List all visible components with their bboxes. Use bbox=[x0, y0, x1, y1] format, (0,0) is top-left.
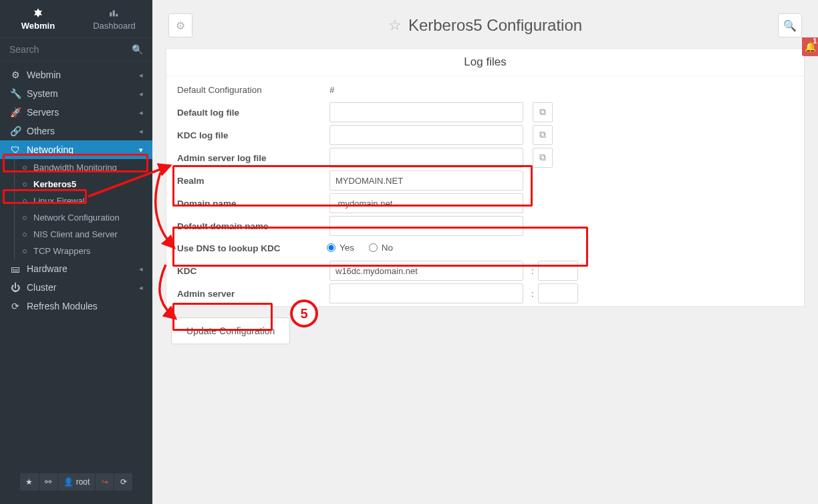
logout-icon: ↪ bbox=[102, 477, 108, 487]
chevron-down-icon: ▾ bbox=[139, 146, 143, 154]
radio-dns-no[interactable]: No bbox=[369, 243, 393, 253]
notification-bell[interactable]: 🔔1 bbox=[802, 37, 818, 56]
tab-dashboard[interactable]: Dashboard bbox=[76, 0, 152, 37]
chevron-left-icon: ◂ bbox=[139, 127, 143, 136]
refresh-icon: ⟳ bbox=[9, 301, 21, 311]
reload-icon: ⟳ bbox=[120, 477, 127, 487]
wrench-icon: 🔧 bbox=[9, 88, 21, 99]
label-use-dns: Use DNS to lookup KDC bbox=[174, 239, 327, 257]
footer-user[interactable]: 👤root bbox=[57, 473, 96, 491]
label-default-config: Default Configuration bbox=[174, 81, 327, 99]
gear-icon: ⚙ bbox=[176, 19, 185, 32]
input-admin-log[interactable] bbox=[329, 148, 523, 168]
rocket-icon: 🚀 bbox=[9, 107, 21, 118]
browse-default-log[interactable]: ⧉ bbox=[533, 102, 553, 122]
separator-colon: : bbox=[527, 266, 538, 276]
page-title: ☆ Kerberos5 Configuration bbox=[192, 16, 778, 35]
dashboard-icon bbox=[108, 7, 120, 19]
search-input[interactable] bbox=[9, 44, 132, 55]
footer-logout[interactable]: ↪ bbox=[95, 473, 114, 491]
input-default-domain[interactable] bbox=[329, 216, 523, 236]
sidebar-sub-kerberos5[interactable]: Kerberos5 bbox=[0, 176, 152, 193]
input-kdc-port[interactable] bbox=[538, 261, 578, 281]
label-domain-name: Domain name bbox=[174, 195, 327, 213]
sidebar-sub-bandwidth[interactable]: Bandwidth Monitoring bbox=[0, 159, 152, 176]
log-files-panel: Log files Default Configuration # Defaul… bbox=[166, 48, 805, 307]
sidebar-item-networking[interactable]: 🛡Networking▾ bbox=[0, 140, 152, 159]
label-kdc: KDC bbox=[174, 262, 327, 280]
tab-webmin[interactable]: Webmin bbox=[0, 0, 76, 37]
search-icon: 🔍 bbox=[783, 19, 797, 32]
sidebar-sub-network-config[interactable]: Network Configuration bbox=[0, 209, 152, 226]
chevron-left-icon: ◂ bbox=[139, 108, 143, 117]
input-admin-server[interactable] bbox=[329, 283, 523, 303]
footer-share[interactable]: ⚯ bbox=[39, 473, 57, 491]
sidebar-item-webmin[interactable]: ⚙Webmin◂ bbox=[0, 66, 152, 84]
sidebar-item-cluster[interactable]: ⏻Cluster◂ bbox=[0, 278, 152, 297]
link-icon: 🔗 bbox=[9, 126, 21, 136]
chevron-left-icon: ◂ bbox=[139, 90, 143, 98]
sidebar-sub-nis[interactable]: NIS Client and Server bbox=[0, 226, 152, 243]
favorite-star-icon[interactable]: ☆ bbox=[388, 17, 402, 34]
copy-icon: ⧉ bbox=[539, 107, 546, 118]
label-default-log: Default log file bbox=[174, 104, 327, 122]
module-config-button[interactable]: ⚙ bbox=[168, 13, 192, 37]
copy-icon: ⧉ bbox=[539, 130, 546, 140]
update-config-button[interactable]: Update Configuration bbox=[171, 318, 290, 344]
label-realm: Realm bbox=[174, 172, 327, 190]
share-icon: ⚯ bbox=[45, 477, 51, 487]
drive-icon: 🖴 bbox=[9, 263, 21, 274]
label-admin-server: Admin server bbox=[174, 285, 327, 303]
separator-colon: : bbox=[527, 289, 538, 299]
gear-icon: ⚙ bbox=[9, 70, 21, 80]
label-default-domain: Default domain name bbox=[174, 217, 327, 235]
sidebar-item-refresh[interactable]: ⟳Refresh Modules bbox=[0, 297, 152, 316]
input-default-log[interactable] bbox=[329, 102, 523, 122]
sidebar-search[interactable]: 🔍 bbox=[0, 37, 152, 61]
webmin-logo-icon bbox=[32, 7, 44, 19]
sidebar-item-servers[interactable]: 🚀Servers◂ bbox=[0, 103, 152, 122]
footer-favorites[interactable]: ★ bbox=[20, 473, 39, 491]
input-kdc[interactable] bbox=[329, 261, 523, 281]
user-icon: 👤 bbox=[63, 477, 74, 487]
input-admin-server-port[interactable] bbox=[538, 283, 578, 303]
shield-icon: 🛡 bbox=[9, 144, 21, 155]
search-icon: 🔍 bbox=[132, 44, 143, 55]
radio-dns-yes[interactable]: Yes bbox=[327, 243, 354, 253]
power-icon: ⏻ bbox=[9, 282, 21, 293]
sidebar-item-others[interactable]: 🔗Others◂ bbox=[0, 122, 152, 140]
browse-kdc-log[interactable]: ⧉ bbox=[533, 125, 553, 145]
main-content: ⚙ ☆ Kerberos5 Configuration 🔍 Log files … bbox=[152, 0, 818, 504]
copy-icon: ⧉ bbox=[539, 152, 546, 163]
chevron-left-icon: ◂ bbox=[139, 283, 143, 292]
sidebar-sub-tcpwrappers[interactable]: TCP Wrappers bbox=[0, 243, 152, 259]
search-module-button[interactable]: 🔍 bbox=[778, 13, 802, 37]
sidebar-sub-firewall[interactable]: Linux Firewall bbox=[0, 193, 152, 209]
browse-admin-log[interactable]: ⧉ bbox=[533, 148, 553, 168]
footer-reload[interactable]: ⟳ bbox=[114, 473, 132, 491]
sidebar-item-system[interactable]: 🔧System◂ bbox=[0, 84, 152, 103]
chevron-left-icon: ◂ bbox=[139, 265, 143, 273]
panel-heading: Log files bbox=[166, 49, 804, 76]
input-domain-name[interactable] bbox=[329, 193, 523, 213]
chevron-left-icon: ◂ bbox=[139, 71, 143, 80]
sidebar-item-hardware[interactable]: 🖴Hardware◂ bbox=[0, 259, 152, 278]
star-icon: ★ bbox=[25, 477, 33, 487]
value-default-config: # bbox=[327, 84, 527, 96]
input-kdc-log[interactable] bbox=[329, 125, 523, 145]
sidebar: Webmin Dashboard 🔍 ⚙Webmin◂ 🔧System◂ 🚀Se… bbox=[0, 0, 152, 504]
input-realm[interactable] bbox=[329, 170, 523, 191]
label-kdc-log: KDC log file bbox=[174, 126, 327, 144]
label-admin-log: Admin server log file bbox=[174, 149, 327, 167]
